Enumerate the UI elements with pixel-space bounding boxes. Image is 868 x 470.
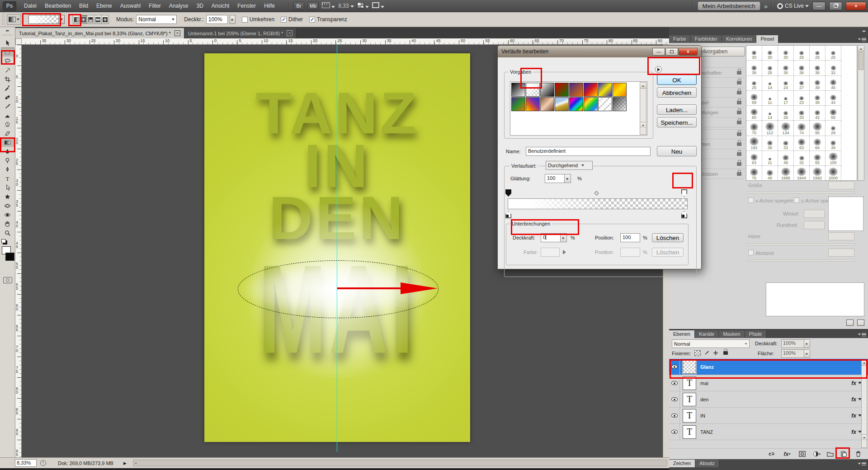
workspace-overflow-chevrons[interactable]: » xyxy=(764,2,767,10)
brush-preset[interactable]: 59 xyxy=(746,91,762,106)
tool-blur[interactable] xyxy=(1,147,14,156)
haerte-field[interactable] xyxy=(828,232,854,240)
brush-preset[interactable]: 63 xyxy=(794,136,810,151)
background-color-swatch[interactable] xyxy=(5,253,14,261)
checkbox-umkehren[interactable]: Umkehren xyxy=(242,16,274,23)
layers-scrollbar[interactable]: ▲ ▼ xyxy=(861,359,867,448)
document-tab-active[interactable]: Tutorial_Plakat_Tanz_in_den_Mai.psd bei … xyxy=(15,28,184,38)
verlaufsart-select[interactable]: Durchgehend xyxy=(546,161,593,170)
panel-menu-icon[interactable] xyxy=(858,461,866,466)
close-tab-icon[interactable]: × xyxy=(287,30,292,36)
bridge-button[interactable]: Br xyxy=(293,2,304,10)
abstand-field[interactable] xyxy=(828,249,854,257)
lock-transparency-icon[interactable] xyxy=(694,350,701,356)
brush-preset[interactable]: 60 xyxy=(746,106,762,121)
gradient-swatch-spectrum[interactable] xyxy=(569,97,583,111)
abstand-slider[interactable] xyxy=(747,260,855,262)
layer-thumbnail[interactable]: T xyxy=(683,425,696,439)
flip-y-checkbox[interactable] xyxy=(794,197,799,203)
quick-mask-button[interactable] xyxy=(3,277,12,283)
brush-preset[interactable]: 66 xyxy=(810,136,826,151)
tool-magic-wand[interactable] xyxy=(1,66,14,75)
default-colors-icon[interactable] xyxy=(1,239,6,243)
menu-filter[interactable]: Filter xyxy=(145,0,165,12)
brush-preset[interactable]: 29 xyxy=(826,121,841,136)
dialog-maximize-button[interactable] xyxy=(665,48,678,56)
tool-custom-shape[interactable] xyxy=(1,192,14,201)
glaettung-field[interactable]: 100▸ xyxy=(545,174,571,183)
brush-preset[interactable]: 192 xyxy=(746,136,762,151)
brush-preset[interactable]: 17 xyxy=(778,91,794,106)
brush-preset[interactable]: 36 xyxy=(778,61,794,75)
dialog-titlebar[interactable]: Verläufe bearbeiten — × xyxy=(498,46,701,57)
tab-zeichen[interactable]: Zeichen xyxy=(669,460,695,467)
view-extras-button[interactable] xyxy=(322,2,335,9)
lock-all-icon[interactable] xyxy=(722,350,728,356)
visibility-toggle[interactable] xyxy=(669,424,680,440)
gradient-swatch-yellow-violet-orange-blue[interactable] xyxy=(526,97,540,111)
brush-preset[interactable]: 112 xyxy=(762,121,778,136)
gradient-edit-bar[interactable] xyxy=(508,198,688,209)
tool-gradient[interactable] xyxy=(1,138,14,147)
brush-preset[interactable]: 26 xyxy=(778,106,794,121)
tool-history-brush[interactable] xyxy=(1,120,14,129)
rundheit-field[interactable] xyxy=(804,221,825,229)
menu-datei[interactable]: Datei xyxy=(20,0,41,12)
opacity-field[interactable]: 100% xyxy=(206,15,228,24)
menu-hilfe[interactable]: Hilfe xyxy=(260,0,279,12)
stop-position-field-2[interactable] xyxy=(620,248,640,257)
scroll-up-icon[interactable]: ▲ xyxy=(640,83,646,89)
brush-preset[interactable]: 23 xyxy=(794,91,810,106)
layer-row-in[interactable]: TINfx xyxy=(669,408,868,424)
menu-fenster[interactable]: Fenster xyxy=(233,0,260,12)
loeschen-opacity-button[interactable]: Löschen xyxy=(652,233,684,242)
link-layers-icon[interactable] xyxy=(768,451,775,457)
tool-eyedropper[interactable] xyxy=(1,84,14,93)
ok-button[interactable]: OK xyxy=(657,75,697,85)
haerte-slider[interactable] xyxy=(747,244,855,245)
mini-bridge-button[interactable]: Mb xyxy=(307,2,319,10)
diamond-gradient-button[interactable] xyxy=(102,15,109,24)
menu-3d[interactable]: 3D xyxy=(193,0,208,12)
collapse-chevrons-icon[interactable]: ▸▸ xyxy=(863,29,865,33)
color-picker-arrow[interactable] xyxy=(561,248,568,257)
vertical-ruler[interactable]: 05101520253035404550556065707580859095 xyxy=(15,45,22,457)
tab-farbfelder[interactable]: Farbfelder xyxy=(691,35,722,43)
farbe-swatch[interactable] xyxy=(541,248,560,257)
brush-preset[interactable]: 63 xyxy=(746,151,762,166)
brush-preset[interactable]: 36 xyxy=(810,91,826,106)
layer-fx-badge[interactable]: fx xyxy=(851,429,856,435)
radial-gradient-button[interactable] xyxy=(80,15,87,24)
brush-preset[interactable]: 1992 xyxy=(810,166,826,181)
brush-preset[interactable]: 48 xyxy=(778,151,794,166)
brush-preset[interactable]: 27 xyxy=(794,76,810,91)
tool-crop[interactable] xyxy=(1,75,14,84)
layer-styles-icon[interactable]: fx▾ xyxy=(783,451,791,457)
horizontal-ruler[interactable]: 4035302520151050510152025303540455055606… xyxy=(15,38,669,45)
document-tab-inactive[interactable]: Unbenannt-1 bei 209% (Ebene 1, RGB/8) * … xyxy=(184,28,297,38)
brush-preset[interactable]: 95 xyxy=(810,121,826,136)
toggle-preview-icon[interactable] xyxy=(846,320,854,326)
tool-rectangular-marquee[interactable] xyxy=(1,47,14,56)
gradient-swatch-violet-orange[interactable] xyxy=(569,83,583,97)
presets-flyout-button[interactable] xyxy=(655,66,662,73)
groesse-slider[interactable] xyxy=(747,192,855,193)
screen-mode-button[interactable] xyxy=(372,2,384,9)
layer-mask-icon[interactable] xyxy=(798,451,806,457)
brush-preset[interactable]: 14 xyxy=(762,106,778,121)
dialog-close-button[interactable]: × xyxy=(679,48,698,56)
brush-preset[interactable]: 1944 xyxy=(794,166,810,181)
checkbox-transparenz[interactable]: ✓Transparenz xyxy=(309,16,347,23)
tool-move[interactable] xyxy=(1,38,14,47)
name-field[interactable]: Benutzerdefiniert xyxy=(526,147,651,156)
canvas-horizontal-scrollbar[interactable]: ◂ xyxy=(133,460,667,466)
collapse-chevrons-icon[interactable]: ▸▸ xyxy=(0,27,15,33)
tool-clone-stamp[interactable] xyxy=(1,111,14,120)
menu-ansicht[interactable]: Ansicht xyxy=(208,0,233,12)
gradient-swatch-blue-yellow-blue[interactable] xyxy=(598,83,612,97)
tool-preset-picker[interactable] xyxy=(7,14,21,25)
brush-preset[interactable]: 25 xyxy=(762,61,778,75)
panel-menu-icon[interactable] xyxy=(858,332,866,337)
gradient-swatch-copper[interactable] xyxy=(540,97,554,111)
gradient-swatch-chrome[interactable] xyxy=(555,97,569,111)
